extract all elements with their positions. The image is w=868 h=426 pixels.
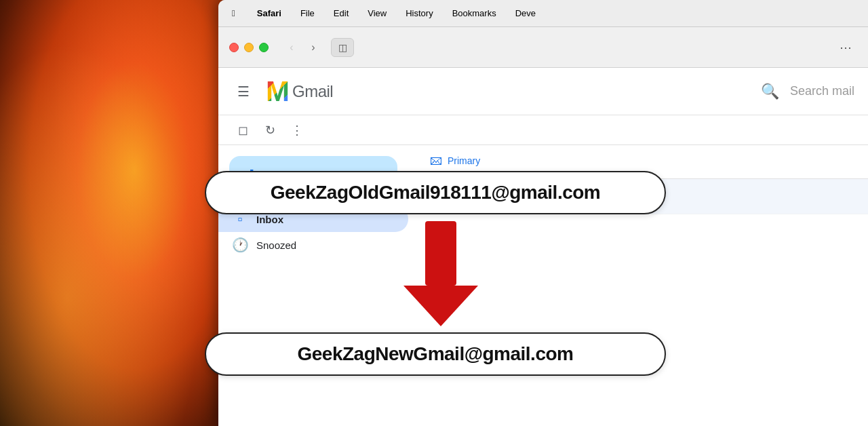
nav-buttons: ‹ › <box>282 38 323 57</box>
email-sender: Picup Media <box>449 191 557 202</box>
email-avatar: P <box>419 186 441 208</box>
inbox-icon: ▫ <box>232 212 248 227</box>
gmail-sidebar: ✚ Compose ▫ Inbox 🕐 Snoozed <box>218 145 408 426</box>
snoozed-icon: 🕐 <box>232 237 248 253</box>
menu-bar:  Safari File Edit View History Bookmark… <box>218 0 868 27</box>
back-button[interactable]: ‹ <box>282 38 301 57</box>
search-area: 🔍 Search mail <box>761 83 854 100</box>
menu-safari[interactable]: Safari <box>254 7 284 20</box>
gmail-main: 🖂 Primary P Picup Media <box>408 145 868 426</box>
compose-plus-icon: ✚ <box>245 167 258 185</box>
hamburger-icon[interactable]: ☰ <box>232 78 255 105</box>
grid-icon: ⋯ <box>840 40 852 55</box>
forward-button[interactable]: › <box>304 38 323 57</box>
snoozed-label: Snoozed <box>256 239 296 251</box>
email-list: P Picup Media <box>408 179 868 214</box>
inbox-label: Inbox <box>256 214 283 225</box>
maximize-button[interactable] <box>259 43 269 52</box>
select-all-checkbox[interactable]: ◻ <box>232 119 254 141</box>
safari-window:  Safari File Edit View History Bookmark… <box>218 0 868 426</box>
compose-label: Compose <box>266 170 312 182</box>
gmail-toolbar-row: ◻ ↻ ⋮ <box>218 115 868 145</box>
menu-file[interactable]: File <box>298 7 317 20</box>
apple-menu[interactable]:  <box>229 7 238 20</box>
compose-button[interactable]: ✚ Compose <box>229 156 397 195</box>
menu-edit[interactable]: Edit <box>331 7 351 20</box>
sidebar-toggle-icon: ◫ <box>338 42 347 53</box>
gmail-m-logo: M <box>266 77 290 106</box>
gmail-text-logo: Gmail <box>292 82 333 101</box>
minimize-button[interactable] <box>244 43 254 52</box>
sidebar-toggle-button[interactable]: ◫ <box>331 38 354 57</box>
tabs-row: 🖂 Primary <box>408 145 868 179</box>
sidebar-item-snoozed[interactable]: 🕐 Snoozed <box>218 232 408 258</box>
menu-bookmarks[interactable]: Bookmarks <box>450 7 499 20</box>
primary-tab-label: Primary <box>448 155 480 166</box>
close-button[interactable] <box>229 43 239 52</box>
sidebar-item-inbox[interactable]: ▫ Inbox <box>218 206 408 232</box>
menu-view[interactable]: View <box>365 7 389 20</box>
background-fire <box>0 0 224 426</box>
menu-develop[interactable]: Deve <box>513 7 538 20</box>
refresh-button[interactable]: ↻ <box>259 119 281 141</box>
gmail-logo: M Gmail <box>266 77 333 106</box>
traffic-lights <box>229 43 269 52</box>
menu-history[interactable]: History <box>403 7 435 20</box>
email-row[interactable]: P Picup Media <box>408 179 868 214</box>
primary-tab-icon: 🖂 <box>430 154 442 168</box>
safari-toolbar: ‹ › ◫ ⋯ <box>218 27 868 68</box>
search-icon[interactable]: 🔍 <box>761 83 779 100</box>
tab-primary[interactable]: 🖂 Primary <box>414 145 496 179</box>
tabs-grid-button[interactable]: ⋯ <box>834 38 857 57</box>
more-options-button[interactable]: ⋮ <box>286 119 308 141</box>
gmail-header: ☰ M Gmail 🔍 Search mail <box>218 68 868 115</box>
search-placeholder: Search mail <box>790 84 854 98</box>
